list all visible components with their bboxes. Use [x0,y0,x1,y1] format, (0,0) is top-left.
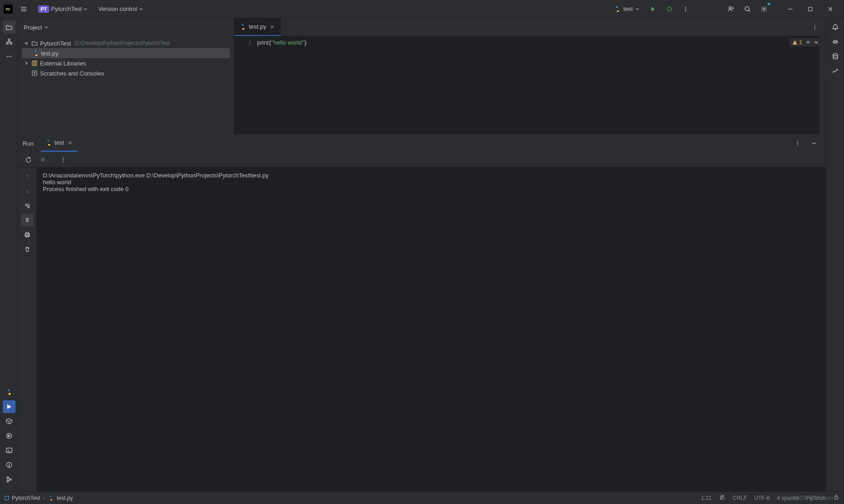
stop-button[interactable] [36,153,49,166]
run-config-tab[interactable]: test [41,135,78,152]
main-menu-button[interactable] [16,2,31,16]
project-selector[interactable]: PT PytorchTest [35,4,91,15]
svg-point-6 [618,10,618,11]
project-panel-title: Project [24,24,42,31]
svg-rect-27 [6,43,8,44]
python-icon [33,50,39,56]
run-panel-more-button[interactable] [790,136,805,151]
svg-line-11 [667,10,668,10]
line-separator[interactable]: CRLF [733,495,747,501]
output-line: hello world [43,179,819,186]
version-control-menu[interactable]: Version control [95,4,147,14]
code-area[interactable]: print("hello world") [257,36,819,134]
problems-button[interactable] [3,459,15,471]
readonly-indicator[interactable] [719,494,725,502]
file-encoding[interactable]: UTF-8 [754,495,770,501]
editor-tab[interactable]: test.py [234,18,281,36]
notifications-button[interactable] [829,21,842,34]
run-tool-button[interactable] [3,400,15,413]
database-button[interactable] [829,50,842,63]
more-actions-button[interactable] [678,2,693,16]
editor-tabs-more-button[interactable] [808,20,822,35]
svg-rect-76 [5,496,9,500]
run-toolbar-more-button[interactable] [57,153,70,166]
tab-close-button[interactable] [269,24,275,30]
structure-tool-button[interactable] [3,35,15,48]
svg-point-54 [814,26,815,27]
sciview-button[interactable] [829,65,842,77]
services-button[interactable] [3,429,15,442]
svg-point-58 [797,141,798,142]
python-console-button[interactable] [3,386,15,398]
run-output[interactable]: D:\Anaconda\envs\PyTorch\python.exe D:\D… [36,167,826,491]
project-name: PytorchTest [51,5,82,12]
scroll-to-end-button[interactable] [21,214,34,227]
code-with-me-button[interactable] [724,2,738,16]
tree-root-label: PytorchTest [40,40,71,47]
breadcrumb-project[interactable]: PytorchTest [12,495,40,501]
run-button[interactable] [646,2,660,16]
svg-point-75 [833,54,838,55]
chevron-down-icon[interactable] [814,40,819,45]
soft-wrap-button[interactable] [21,199,34,212]
svg-point-42 [7,480,9,482]
search-button[interactable] [740,2,755,16]
svg-point-41 [7,477,9,479]
watermark: CSDN @Marson丶 [792,494,839,502]
tree-external-libs[interactable]: External Libraries [22,58,230,68]
more-tools-button[interactable] [3,50,15,63]
run-config-selector[interactable]: test [610,4,644,14]
print-button[interactable] [21,228,34,241]
warning-indicator[interactable]: 1 [792,39,802,45]
project-tool-button[interactable] [3,21,15,34]
editor-scrollbar[interactable] [819,36,826,134]
folder-icon [31,40,38,47]
output-line: D:\Anaconda\envs\PyTorch\python.exe D:\D… [43,172,819,179]
run-tab-close-button[interactable] [67,140,73,146]
maximize-button[interactable] [800,0,820,18]
tree-scratches[interactable]: Scratches and Consoles [22,68,230,78]
chevron-down-icon [45,25,48,29]
debug-button[interactable] [662,2,677,16]
project-panel: Project PytorchTest D:\Develop\PythonPro… [18,18,234,134]
svg-point-53 [814,25,815,25]
tree-file[interactable]: test.py [22,48,230,58]
line-number: 1 [234,39,252,46]
chevron-down-icon [84,7,87,11]
svg-point-74 [836,41,837,42]
close-button[interactable] [820,0,840,18]
svg-point-59 [797,143,798,144]
version-control-label: Version control [98,5,137,12]
svg-point-40 [9,466,9,466]
editor-inspection-widget[interactable]: 1 [789,38,821,46]
terminal-button[interactable] [3,444,15,457]
svg-point-19 [745,6,749,10]
clear-all-button[interactable] [21,243,34,256]
app-icon: PC [4,5,13,14]
settings-button[interactable] [757,2,771,16]
rerun-button[interactable] [22,153,35,166]
run-panel-minimize-button[interactable] [807,136,821,151]
chevron-up-icon[interactable] [806,40,810,45]
scroll-down-button[interactable] [21,185,34,197]
svg-point-15 [685,10,686,11]
minimize-button[interactable] [780,0,800,18]
project-panel-header[interactable]: Project [18,18,234,36]
python-packages-button[interactable] [3,415,15,428]
cursor-position[interactable]: 1:21 [701,495,712,501]
ai-assistant-button[interactable] [829,35,842,48]
svg-point-65 [63,161,64,161]
svg-rect-46 [35,61,37,66]
warning-count: 1 [799,39,802,45]
scroll-up-button[interactable] [21,170,34,183]
vcs-button[interactable] [3,473,15,486]
tree-root[interactable]: PytorchTest D:\Develop\PythonProjects\Py… [22,38,230,48]
run-panel-title: Run [23,140,34,147]
editor-content[interactable]: 1 print("hello world") 1 [234,36,826,134]
breadcrumb-file[interactable]: test.py [57,495,73,501]
tree-scratches-label: Scratches and Consoles [40,70,104,77]
editor-panel: test.py 1 [234,18,826,134]
svg-point-60 [797,145,798,146]
python-icon [48,495,54,501]
breadcrumb[interactable]: PytorchTest › test.py [5,495,73,501]
